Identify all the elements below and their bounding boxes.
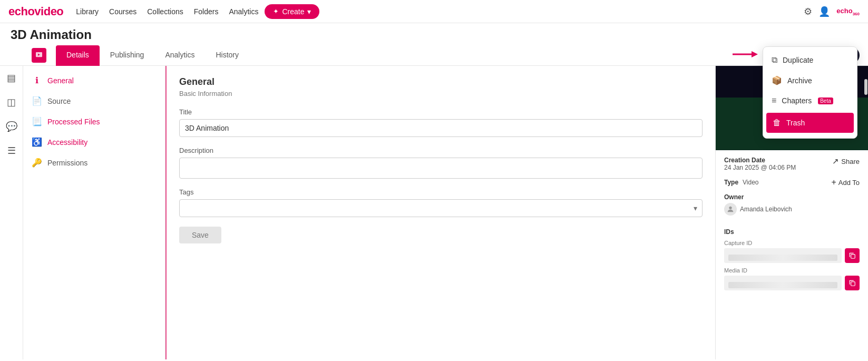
- page-title: 3D Animation: [11, 27, 92, 42]
- dropdown-menu: ⧉ Duplicate 📦 Archive ≡ Chapters Beta 🗑 …: [763, 46, 857, 139]
- sidebar-item-accessibility-label: Accessibility: [47, 138, 87, 147]
- title-form-group: Title: [179, 108, 703, 137]
- user-icon[interactable]: 👤: [818, 6, 830, 17]
- copy-capture-id-button[interactable]: [845, 248, 860, 263]
- sidebar-icon-bar: ▤ ◫ 💬 ☰: [0, 66, 23, 359]
- description-form-group: Description: [179, 147, 703, 179]
- section-header: General Basic Information: [179, 76, 703, 97]
- beta-badge: Beta: [818, 97, 833, 104]
- sidebar-item-permissions-label: Permissions: [47, 159, 87, 167]
- create-chevron-icon: ▾: [307, 7, 311, 16]
- owner-avatar: [724, 203, 737, 216]
- tab-publishing[interactable]: Publishing: [100, 45, 155, 66]
- panel-info: Creation Date 24 Jan 2025 @ 04:06 PM ↗ S…: [716, 150, 868, 228]
- file-icon: 📄: [32, 96, 42, 106]
- nav-collections[interactable]: Collections: [147, 7, 183, 16]
- create-icon: ✦: [273, 7, 279, 15]
- copy-icon-2: [849, 279, 856, 287]
- settings-icon[interactable]: ⚙: [804, 6, 812, 17]
- sidebar-icon-speech[interactable]: 💬: [4, 119, 19, 134]
- plus-icon: +: [831, 178, 836, 187]
- save-button[interactable]: Save: [179, 227, 221, 243]
- copy-media-id-button[interactable]: [845, 276, 860, 290]
- nav-folders[interactable]: Folders: [194, 7, 219, 16]
- trash-arrow-indicator: [732, 49, 758, 60]
- nav-analytics[interactable]: Analytics: [229, 7, 258, 16]
- nav-right-actions: ⚙ 👤 echo360: [804, 6, 860, 17]
- avatar-icon: [726, 205, 735, 213]
- description-input[interactable]: [179, 158, 703, 179]
- sidebar-icon-media[interactable]: ▤: [5, 70, 18, 86]
- page-header: 3D Animation: [0, 23, 868, 42]
- sidebar: ℹ General 📄 Source 📃 Processed Files ♿ A…: [23, 66, 165, 359]
- top-navigation: echovideo Library Courses Collections Fo…: [0, 0, 868, 23]
- dropdown-archive[interactable]: 📦 Archive: [763, 70, 857, 91]
- section-subtitle: Basic Information: [179, 90, 703, 97]
- nav-courses[interactable]: Courses: [109, 7, 136, 16]
- svg-rect-15: [851, 282, 855, 286]
- accessibility-icon: ♿: [32, 137, 42, 147]
- create-button[interactable]: ✦ Create ▾: [265, 4, 319, 19]
- type-row: Type Video + Add To: [724, 178, 860, 187]
- sidebar-item-general-label: General: [47, 76, 74, 85]
- nav-links: Library Courses Collections Folders Anal…: [76, 7, 258, 16]
- type-value: Video: [743, 179, 758, 186]
- dropdown-trash[interactable]: 🗑 Trash: [766, 113, 854, 133]
- svg-point-13: [729, 207, 732, 209]
- svg-marker-17: [752, 51, 758, 57]
- media-id-row: [724, 276, 860, 290]
- creation-date-info: Creation Date 24 Jan 2025 @ 04:06 PM: [724, 157, 796, 171]
- tags-select-wrapper: ▾: [179, 199, 703, 217]
- sidebar-item-processed-files[interactable]: 📃 Processed Files: [23, 111, 165, 132]
- owner-name: Amanda Leibovich: [740, 206, 792, 213]
- nav-library[interactable]: Library: [76, 7, 99, 16]
- dropdown-duplicate[interactable]: ⧉ Duplicate: [763, 50, 857, 70]
- capture-id-label: Capture ID: [724, 240, 860, 246]
- creation-date-label: Creation Date: [724, 157, 796, 164]
- media-tab-icon[interactable]: [32, 48, 46, 63]
- tags-label: Tags: [179, 188, 703, 196]
- owner-label: Owner: [724, 193, 860, 201]
- title-input[interactable]: [179, 119, 703, 137]
- content-area: General Basic Information Title Descript…: [167, 66, 715, 359]
- trash-icon: 🗑: [773, 118, 781, 128]
- creation-date-row: Creation Date 24 Jan 2025 @ 04:06 PM ↗ S…: [724, 157, 860, 171]
- dropdown-chapters[interactable]: ≡ Chapters Beta: [763, 91, 857, 111]
- section-title: General: [179, 76, 703, 87]
- sidebar-icon-list[interactable]: ☰: [5, 143, 18, 159]
- sidebar-item-source[interactable]: 📄 Source: [23, 91, 165, 111]
- copy-icon: [849, 252, 856, 259]
- share-icon: ↗: [832, 157, 839, 166]
- sidebar-item-accessibility[interactable]: ♿ Accessibility: [23, 132, 165, 152]
- tags-select[interactable]: [179, 199, 703, 217]
- share-button[interactable]: ↗ Share: [832, 157, 860, 166]
- capture-id-value: [724, 248, 842, 263]
- scrollbar-thumb: [864, 79, 867, 95]
- description-label: Description: [179, 147, 703, 154]
- tab-analytics[interactable]: Analytics: [154, 45, 205, 66]
- owner-row: Owner Amanda Leibovich: [724, 193, 860, 216]
- capture-id-row: [724, 248, 860, 263]
- echo360-logo-icon: echo360: [836, 7, 860, 16]
- media-id-label: Media ID: [724, 267, 860, 274]
- tags-form-group: Tags ▾: [179, 188, 703, 217]
- key-icon: 🔑: [32, 158, 42, 168]
- scrollbar[interactable]: [864, 69, 868, 279]
- archive-icon: 📦: [772, 75, 782, 85]
- tab-history[interactable]: History: [205, 45, 249, 66]
- sidebar-item-permissions[interactable]: 🔑 Permissions: [23, 152, 165, 173]
- media-id-group: Media ID: [724, 267, 860, 290]
- add-to-button[interactable]: + Add To: [831, 178, 860, 187]
- tabs-left-icon-area: [26, 48, 56, 63]
- sidebar-item-general[interactable]: ℹ General: [23, 70, 165, 91]
- creation-date-value: 24 Jan 2025 @ 04:06 PM: [724, 164, 796, 171]
- logo-text: echovideo: [8, 5, 63, 18]
- sidebar-item-source-label: Source: [47, 97, 71, 105]
- main-content: ▤ ◫ 💬 ☰ ℹ General 📄 Source 📃 Processed F…: [0, 66, 868, 359]
- media-icon: [35, 51, 43, 60]
- tab-details[interactable]: Details: [56, 45, 100, 66]
- sidebar-item-processed-label: Processed Files: [47, 118, 100, 126]
- logo[interactable]: echovideo: [8, 5, 63, 18]
- title-label: Title: [179, 108, 703, 116]
- sidebar-icon-panel[interactable]: ◫: [5, 94, 18, 110]
